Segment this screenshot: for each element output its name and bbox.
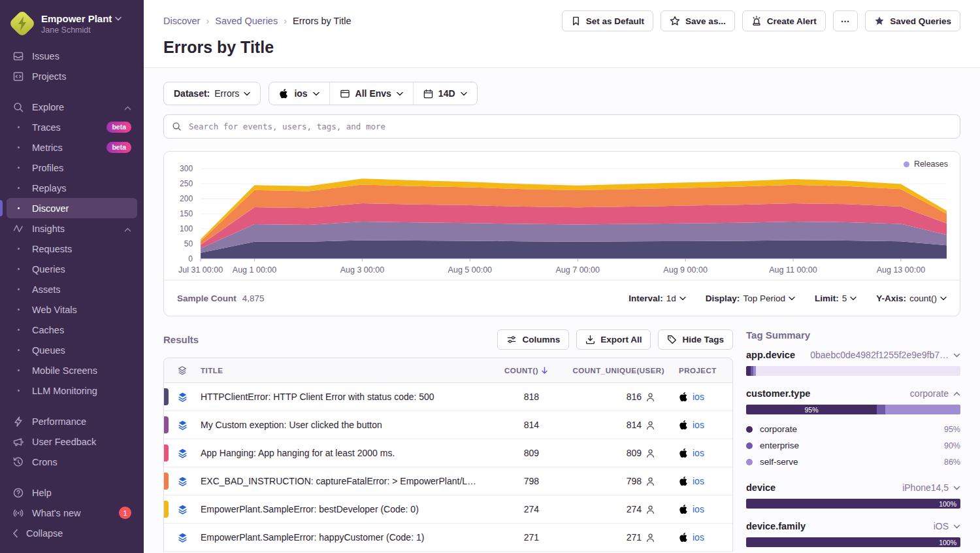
- row-title-link[interactable]: EXC_BAD_INSTRUCTION: captureFatalError: …: [195, 467, 483, 495]
- sidebar-item-requests[interactable]: Requests: [7, 239, 137, 259]
- tag-name: app.device: [746, 350, 795, 360]
- tag-section-device-family: device.familyiOS100%: [746, 521, 960, 547]
- table-row[interactable]: EmpowerPlant.SampleError: bestDeveloper …: [164, 495, 732, 524]
- date-range-filter[interactable]: 14D: [413, 82, 477, 105]
- environment-filter[interactable]: All Envs: [329, 82, 413, 105]
- chart-control-yaxis[interactable]: Y-Axis:count(): [876, 293, 947, 303]
- sidebar-item-caches[interactable]: Caches: [7, 320, 137, 340]
- row-project-link[interactable]: ios: [670, 420, 732, 430]
- row-title-link[interactable]: HTTPClientError: HTTP Client Error with …: [195, 383, 483, 411]
- sidebar-item-web-vitals[interactable]: Web Vitals: [7, 299, 137, 320]
- releases-legend[interactable]: Releases: [904, 159, 948, 169]
- tag-value-dropdown[interactable]: corporate: [910, 388, 960, 399]
- svg-text:300: 300: [180, 164, 193, 173]
- bullet-icon: [12, 390, 24, 392]
- sidebar-item-queries[interactable]: Queries: [7, 259, 137, 279]
- sidebar-item-discover[interactable]: Discover: [7, 198, 137, 218]
- legend-dot-icon: [746, 443, 753, 449]
- table-row[interactable]: EXC_BAD_INSTRUCTION: captureFatalError: …: [164, 467, 732, 495]
- tag-distribution-bar[interactable]: 100%: [746, 537, 960, 547]
- save-as-button[interactable]: Save as...: [661, 10, 735, 31]
- sidebar-item-llm-monitoring[interactable]: LLM Monitoring: [7, 380, 137, 401]
- column-title[interactable]: TITLE: [195, 367, 483, 375]
- sidebar-item-traces[interactable]: Tracesbeta: [7, 117, 137, 137]
- sidebar-item-issues[interactable]: Issues: [7, 46, 137, 66]
- sidebar-item-profiles[interactable]: Profiles: [7, 158, 137, 178]
- row-title-link[interactable]: EmpowerPlant.SampleError: happyCustomer …: [195, 524, 483, 552]
- stack-icon[interactable]: [177, 420, 188, 431]
- hide-tags-button[interactable]: Hide Tags: [658, 329, 733, 350]
- dataset-selector[interactable]: Dataset: Errors: [163, 82, 261, 105]
- sidebar-item-projects[interactable]: Projects: [7, 66, 137, 86]
- org-switcher[interactable]: Empower Plant Jane Schmidt: [0, 8, 144, 46]
- tag-value-dropdown[interactable]: iOS: [934, 521, 960, 531]
- chevron-up-icon[interactable]: [124, 102, 131, 112]
- svg-text:100: 100: [180, 224, 193, 233]
- row-project-link[interactable]: ios: [670, 392, 732, 402]
- sidebar-item-insights[interactable]: Insights: [7, 218, 137, 239]
- search-input[interactable]: [188, 121, 952, 132]
- sidebar-item-performance[interactable]: Performance: [7, 411, 137, 431]
- tag-legend-row[interactable]: enterprise90%: [746, 437, 960, 454]
- sidebar-item-crons[interactable]: Crons: [7, 452, 137, 472]
- column-count-unique[interactable]: COUNT_UNIQUE(USER): [553, 367, 670, 375]
- sidebar-item-replays[interactable]: Replays: [7, 178, 137, 198]
- stack-icon[interactable]: [177, 504, 188, 515]
- row-title-link[interactable]: EmpowerPlant.SampleError: bestDeveloper …: [195, 495, 483, 524]
- table-row[interactable]: EmpowerPlant.SampleError: happyCustomer …: [164, 524, 732, 552]
- set-as-default-button[interactable]: Set as Default: [562, 10, 653, 31]
- project-filter[interactable]: ios: [269, 82, 329, 105]
- export-all-button[interactable]: Export All: [576, 329, 651, 350]
- chevron-up-icon[interactable]: [124, 224, 131, 234]
- chart-control-display[interactable]: Display:Top Period: [706, 293, 795, 303]
- sidebar-item-assets[interactable]: Assets: [7, 279, 137, 299]
- stack-icon[interactable]: [177, 532, 188, 543]
- sidebar-item-explore[interactable]: Explore: [7, 97, 137, 117]
- sidebar-item-user-feedback[interactable]: User Feedback: [7, 431, 137, 452]
- sidebar-item-help[interactable]: Help: [7, 482, 137, 503]
- issues-icon: [12, 50, 24, 62]
- saved-queries-button[interactable]: Saved Queries: [865, 10, 960, 31]
- breadcrumb-saved-queries[interactable]: Saved Queries: [215, 16, 278, 26]
- table-row[interactable]: App Hanging: App hanging for at least 20…: [164, 439, 732, 467]
- row-title-link[interactable]: App Hanging: App hanging for at least 20…: [195, 439, 483, 467]
- sidebar-nav: IssuesProjectsExploreTracesbetaMetricsbe…: [0, 46, 144, 523]
- row-title-link[interactable]: My Custom exeption: User clicked the but…: [195, 411, 483, 439]
- row-project-link[interactable]: ios: [670, 504, 732, 514]
- tag-legend-row[interactable]: corporate95%: [746, 421, 960, 437]
- table-row[interactable]: My Custom exeption: User clicked the but…: [164, 411, 732, 439]
- row-project-link[interactable]: ios: [670, 476, 732, 486]
- column-project[interactable]: PROJECT: [670, 367, 732, 375]
- chart-control-limit[interactable]: Limit:5: [815, 293, 857, 303]
- sidebar-item-what-s-new[interactable]: What's new1: [7, 503, 137, 523]
- svg-text:50: 50: [184, 239, 193, 248]
- sidebar-collapse-button[interactable]: Collapse: [0, 523, 144, 544]
- tag-value-dropdown[interactable]: iPhone14,5: [902, 482, 960, 493]
- insights-icon: [12, 223, 24, 235]
- search-bar: [163, 114, 960, 139]
- tag-legend-row[interactable]: self-serve86%: [746, 454, 960, 470]
- stack-icon[interactable]: [177, 392, 188, 403]
- sidebar-item-metrics[interactable]: Metricsbeta: [7, 137, 137, 158]
- user-icon: [645, 392, 655, 402]
- sidebar-item-queues[interactable]: Queues: [7, 340, 137, 360]
- results-title: Results: [163, 334, 199, 345]
- tag-name: device: [746, 482, 776, 493]
- more-options-button[interactable]: ⋯: [833, 10, 858, 31]
- chart-control-interval[interactable]: Interval:1d: [629, 293, 686, 303]
- results-table: TITLE COUNT() COUNT_UNIQUE(USER) PROJECT…: [163, 358, 733, 552]
- tag-value-dropdown[interactable]: 0baebc0de4982f1255f2e9e9fb7…: [810, 350, 960, 360]
- stack-icon[interactable]: [177, 448, 188, 459]
- tag-distribution-bar[interactable]: [746, 366, 960, 376]
- tag-distribution-bar[interactable]: 95%: [746, 405, 960, 414]
- column-count[interactable]: COUNT(): [483, 367, 553, 375]
- tag-distribution-bar[interactable]: 100%: [746, 499, 960, 509]
- breadcrumb-discover[interactable]: Discover: [163, 16, 200, 26]
- stack-icon[interactable]: [177, 476, 188, 487]
- row-project-link[interactable]: ios: [670, 532, 732, 543]
- create-alert-button[interactable]: Create Alert: [742, 10, 826, 31]
- row-project-link[interactable]: ios: [670, 448, 732, 458]
- sidebar-item-mobile-screens[interactable]: Mobile Screens: [7, 360, 137, 380]
- columns-button[interactable]: Columns: [497, 329, 569, 350]
- table-row[interactable]: HTTPClientError: HTTP Client Error with …: [164, 383, 732, 411]
